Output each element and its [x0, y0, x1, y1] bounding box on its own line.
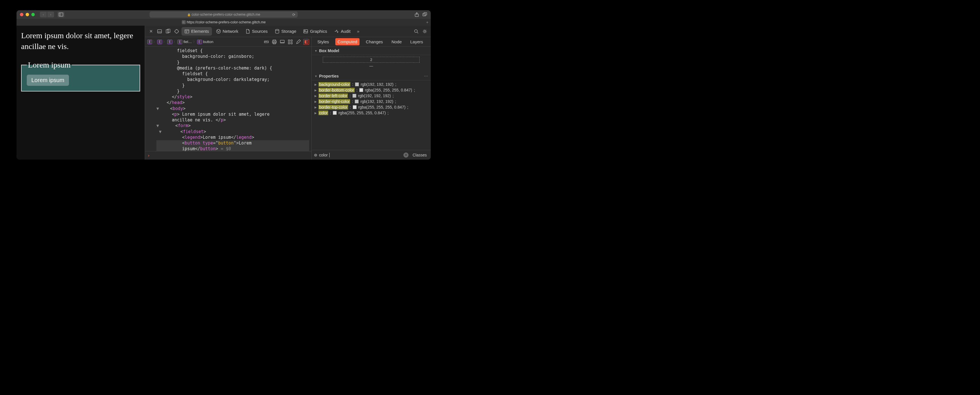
- breadcrumb-item[interactable]: E: [167, 40, 172, 44]
- more-tabs-button[interactable]: »: [355, 28, 362, 35]
- svg-rect-34: [291, 40, 292, 41]
- color-swatch[interactable]: [355, 99, 359, 104]
- sidebar-toggle-button[interactable]: [57, 12, 64, 18]
- filter-icon: ⊜: [314, 153, 317, 157]
- tab-changes[interactable]: Changes: [364, 38, 385, 45]
- svg-point-9: [175, 30, 178, 33]
- tab-layers[interactable]: Layers: [408, 38, 425, 45]
- filter-input[interactable]: ⊜ color ✕: [314, 153, 409, 158]
- settings-button[interactable]: [421, 28, 428, 35]
- property-value: rgba(255, 255, 255, 0.847): [339, 111, 386, 115]
- forward-button[interactable]: ›: [47, 12, 54, 18]
- breadcrumb-item[interactable]: Efiel…: [178, 40, 192, 44]
- back-button[interactable]: ‹: [40, 12, 47, 18]
- color-swatch[interactable]: [359, 88, 363, 92]
- tab-audit[interactable]: Audit: [331, 27, 353, 36]
- disclosure-triangle-icon: ▶: [315, 89, 317, 92]
- tab-elements[interactable]: Elements: [181, 27, 212, 36]
- properties-options-icon[interactable]: ⋯: [424, 74, 428, 78]
- page-form: Lorem ipsum Lorem ipsum: [21, 61, 140, 91]
- svg-rect-33: [288, 40, 290, 41]
- property-name: border-top-color: [318, 105, 348, 110]
- filter-row: ⊜ color ✕ Classes: [312, 150, 431, 159]
- grid-icon[interactable]: [288, 39, 293, 45]
- svg-rect-4: [424, 13, 427, 15]
- box-model-header[interactable]: ▼ Box Model: [312, 47, 431, 55]
- property-value: rgba(255, 255, 255, 0.847): [358, 105, 406, 110]
- reload-button[interactable]: ⟳: [292, 13, 296, 17]
- tab-title[interactable]: https://color-scheme-prefers-color-schem…: [187, 20, 266, 24]
- property-value: rgb(192, 192, 192): [360, 99, 393, 104]
- breadcrumb-item[interactable]: Ebutton: [197, 40, 213, 44]
- dock-bottom-button[interactable]: [156, 28, 163, 35]
- print-icon[interactable]: [272, 39, 277, 45]
- disclosure-triangle-icon: ▶: [315, 106, 317, 109]
- clear-filter-button[interactable]: ✕: [403, 153, 409, 158]
- device-icon[interactable]: [280, 39, 285, 45]
- svg-rect-38: [305, 40, 306, 43]
- property-row[interactable]: ▶border-top-color:rgba(255, 255, 255, 0.…: [315, 104, 428, 110]
- dom-tree[interactable]: fieldset { background-color: gainsboro; …: [145, 47, 311, 151]
- lock-icon: 🔒: [187, 13, 191, 16]
- tab-styles[interactable]: Styles: [315, 38, 331, 45]
- disclosure-triangle-icon: ▼: [315, 75, 317, 78]
- disclosure-triangle-icon: ▼: [315, 49, 317, 53]
- tab-node[interactable]: Node: [389, 38, 404, 45]
- close-button[interactable]: [20, 13, 23, 16]
- property-row[interactable]: ▶color:rgba(255, 255, 255, 0.847);: [315, 110, 428, 116]
- property-row[interactable]: ▶border-bottom-color:rgba(255, 255, 255,…: [315, 87, 428, 93]
- property-name: border-left-color: [318, 94, 348, 98]
- filter-value: color: [319, 153, 328, 157]
- property-row[interactable]: ▶border-right-color:rgb(192, 192, 192);: [315, 99, 428, 104]
- disclosure-triangle-icon: ▶: [315, 83, 317, 86]
- color-swatch[interactable]: [352, 94, 356, 98]
- disclosure-triangle-icon: ▶: [315, 94, 317, 97]
- breadcrumb-item[interactable]: E: [157, 40, 162, 44]
- page-fieldset: Lorem ipsum Lorem ipsum: [21, 61, 140, 91]
- browser-window: ‹ › 🔒 color-scheme-prefers-color-scheme.…: [16, 10, 431, 159]
- tab-sources[interactable]: Sources: [242, 27, 270, 36]
- color-swatch[interactable]: [355, 82, 359, 86]
- paint-icon[interactable]: [296, 39, 301, 45]
- tabs-overview-button[interactable]: [422, 12, 427, 17]
- svg-rect-5: [158, 30, 162, 33]
- address-bar[interactable]: 🔒 color-scheme-prefers-color-scheme.glit…: [150, 11, 298, 18]
- breadcrumb-tools: [264, 39, 309, 45]
- tab-computed[interactable]: Computed: [335, 38, 360, 45]
- classes-button[interactable]: Classes: [411, 152, 428, 158]
- svg-rect-0: [59, 13, 63, 16]
- breadcrumb-item[interactable]: E: [147, 40, 152, 44]
- property-row[interactable]: ▶border-left-color:rgb(192, 192, 192);: [315, 93, 428, 99]
- page-button[interactable]: Lorem ipsum: [27, 75, 69, 86]
- svg-line-22: [417, 32, 418, 33]
- console-prompt-icon: ›: [147, 153, 150, 158]
- search-button[interactable]: [412, 28, 420, 35]
- tab-storage[interactable]: Storage: [272, 27, 299, 36]
- console-bar[interactable]: ›: [145, 151, 311, 159]
- svg-point-18: [275, 29, 279, 30]
- ruler-icon[interactable]: [264, 39, 269, 45]
- property-row[interactable]: ▶background-color:rgb(192, 192, 192);: [315, 81, 428, 87]
- property-name: border-bottom-color: [318, 88, 355, 92]
- tab-graphics[interactable]: Graphics: [300, 27, 330, 36]
- color-swatch[interactable]: [333, 111, 337, 115]
- styles-sidebar: Styles Computed Changes Node Layers ▼ Bo…: [312, 37, 431, 159]
- favicon: C: [182, 20, 186, 24]
- share-button[interactable]: [414, 12, 419, 17]
- page-paragraph: Lorem ipsum dolor sit amet, legere ancil…: [21, 30, 140, 52]
- color-swatch[interactable]: [353, 105, 357, 109]
- minimize-button[interactable]: [25, 13, 29, 16]
- new-tab-button[interactable]: +: [426, 20, 428, 24]
- tab-network[interactable]: Network: [213, 27, 241, 36]
- disclosure-triangle-icon: ▶: [315, 100, 317, 103]
- content-row: Lorem ipsum dolor sit amet, legere ancil…: [16, 25, 431, 159]
- compositing-icon[interactable]: [304, 39, 309, 45]
- maximize-button[interactable]: [31, 13, 35, 16]
- close-devtools-button[interactable]: ✕: [147, 28, 155, 35]
- dock-side-button[interactable]: [164, 28, 172, 35]
- properties-title: Properties: [319, 74, 339, 78]
- nav-arrows: ‹ ›: [40, 12, 54, 18]
- breadcrumb-bar: E〉 E〉 E〉 Efiel…〉 Ebutton: [145, 37, 311, 47]
- properties-header[interactable]: ▼ Properties ⋯: [312, 72, 431, 80]
- inspect-element-button[interactable]: [173, 28, 180, 35]
